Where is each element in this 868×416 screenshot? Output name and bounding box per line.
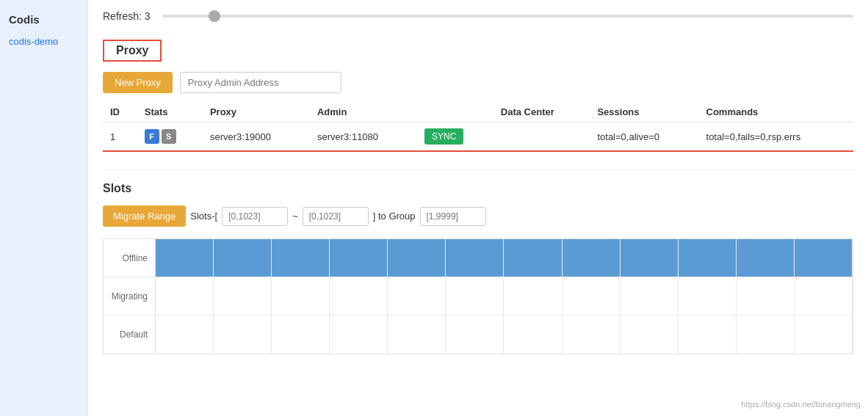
- chart-grid-line: [156, 239, 214, 277]
- chart-grid-line: [388, 315, 446, 354]
- chart-row: Offline: [104, 239, 853, 277]
- sidebar: Codis codis-demo: [0, 0, 88, 416]
- chart-grid-line: [621, 315, 679, 354]
- slots-tilde: ~: [292, 211, 298, 222]
- slots-prefix: Slots-[: [190, 211, 217, 222]
- col-commands: Commands: [699, 102, 853, 123]
- chart-grid-line: [563, 277, 621, 315]
- cell-datacenter: [493, 123, 590, 152]
- chart-grid-line: [679, 277, 737, 315]
- slots-section-title: Slots: [103, 182, 853, 195]
- proxy-table: ID Stats Proxy Admin Data Center Session…: [103, 102, 853, 152]
- main-content: Refresh: 3 Proxy New Proxy ID Stats Prox…: [88, 0, 868, 416]
- sync-button[interactable]: SYNC: [424, 128, 463, 145]
- cell-stats: F S: [137, 123, 203, 152]
- chart-grid-line: [737, 315, 795, 354]
- proxy-controls: New Proxy: [103, 72, 853, 93]
- chart-grid-line: [446, 239, 504, 277]
- chart-grid-line: [737, 239, 795, 277]
- col-admin: Admin: [310, 102, 417, 123]
- chart-grid: [156, 277, 853, 315]
- col-sessions: Sessions: [590, 102, 698, 123]
- sidebar-link-codis-demo[interactable]: codis-demo: [0, 32, 87, 51]
- chart-grid-line: [504, 277, 562, 315]
- chart-grid-line: [563, 239, 621, 277]
- chart-grid: [156, 239, 853, 277]
- proxy-admin-address-input[interactable]: [180, 72, 341, 93]
- cell-sessions: total=0,alive=0: [590, 123, 698, 152]
- chart-grid-line: [446, 277, 504, 315]
- slots-controls: Migrate Range Slots-[ ~ ] to Group: [103, 205, 853, 227]
- badge-f: F: [145, 129, 159, 144]
- proxy-section-title: Proxy: [103, 40, 162, 62]
- chart-grid-line: [795, 277, 853, 315]
- chart-row: Default: [104, 315, 853, 354]
- chart-grid-line: [156, 315, 214, 354]
- cell-sync: SYNC: [417, 123, 493, 152]
- sidebar-title: Codis: [0, 7, 87, 32]
- col-datacenter: Data Center: [493, 102, 590, 123]
- chart-grid-line: [504, 315, 562, 354]
- chart-grid-line: [563, 315, 621, 354]
- section-divider: [103, 169, 853, 170]
- slots-input-group[interactable]: [420, 207, 486, 226]
- badge-s: S: [162, 129, 176, 144]
- slots-suffix: ] to Group: [373, 211, 416, 222]
- slots-input-start[interactable]: [222, 207, 288, 226]
- col-sync: [417, 102, 493, 123]
- chart-grid-line: [446, 315, 504, 354]
- chart-grid-line: [795, 239, 853, 277]
- chart-grid-line: [272, 277, 330, 315]
- cell-admin: server3:11080: [310, 123, 417, 152]
- chart-area: [155, 239, 853, 277]
- chart-grid-line: [330, 315, 388, 354]
- chart-grid-line: [737, 277, 795, 315]
- refresh-slider[interactable]: [162, 15, 853, 18]
- chart-grid-line: [156, 277, 214, 315]
- col-stats: Stats: [137, 102, 203, 123]
- chart-area: [155, 277, 853, 315]
- chart-grid: [156, 315, 853, 354]
- chart-grid-line: [214, 239, 272, 277]
- slots-chart: OfflineMigratingDefault: [103, 238, 853, 354]
- slots-section: Slots Migrate Range Slots-[ ~ ] to Group…: [103, 182, 853, 354]
- chart-row-label: Migrating: [104, 291, 155, 302]
- table-header-row: ID Stats Proxy Admin Data Center Session…: [103, 102, 853, 123]
- chart-grid-line: [504, 239, 562, 277]
- chart-grid-line: [679, 239, 737, 277]
- chart-grid-line: [679, 315, 737, 354]
- cell-proxy: server3:19000: [203, 123, 310, 152]
- chart-area: [155, 315, 853, 354]
- slots-input-end[interactable]: [303, 207, 369, 226]
- chart-grid-line: [621, 239, 679, 277]
- chart-row: Migrating: [104, 277, 853, 315]
- chart-grid-line: [272, 315, 330, 354]
- table-row: 1 F S server3:19000 server3:11080 SYNC t…: [103, 123, 853, 152]
- chart-row-label: Default: [104, 329, 155, 340]
- refresh-label: Refresh: 3: [103, 10, 151, 22]
- chart-grid-line: [214, 315, 272, 354]
- cell-commands: total=0,fails=0,rsp.errs: [699, 123, 853, 152]
- migrate-range-button[interactable]: Migrate Range: [103, 205, 186, 227]
- cell-id: 1: [103, 123, 137, 152]
- chart-grid-line: [330, 277, 388, 315]
- chart-row-label: Offline: [104, 253, 155, 263]
- chart-grid-line: [388, 239, 446, 277]
- new-proxy-button[interactable]: New Proxy: [103, 72, 173, 93]
- chart-grid-line: [621, 277, 679, 315]
- chart-grid-line: [795, 315, 853, 354]
- col-proxy: Proxy: [203, 102, 310, 123]
- chart-grid-line: [272, 239, 330, 277]
- watermark: https://blog.csdn.net/bmangmeng: [741, 400, 861, 409]
- col-id: ID: [103, 102, 137, 123]
- chart-grid-line: [214, 277, 272, 315]
- chart-grid-line: [388, 277, 446, 315]
- proxy-section: Proxy New Proxy ID Stats Proxy Admin Dat…: [103, 40, 853, 152]
- refresh-bar: Refresh: 3: [103, 7, 853, 25]
- chart-grid-line: [330, 239, 388, 277]
